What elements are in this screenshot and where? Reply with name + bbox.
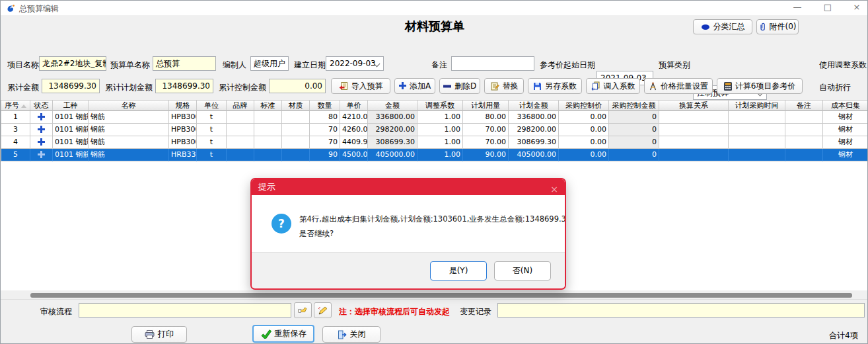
remark-input[interactable] bbox=[451, 56, 534, 71]
floppy-disk-icon bbox=[533, 82, 542, 91]
cell-plan_amount: 298200.00 bbox=[509, 124, 559, 136]
cell-type: 0101 钢筋 bbox=[53, 111, 89, 124]
column-header-price[interactable]: 单价 bbox=[340, 100, 368, 111]
cell-spec: HPB300 bbox=[169, 136, 197, 149]
cell-plan_time bbox=[729, 136, 785, 149]
cell-material bbox=[282, 111, 310, 124]
cell-unit: t bbox=[197, 124, 227, 136]
cell-conv bbox=[659, 149, 729, 161]
cell-standard bbox=[254, 149, 282, 161]
cell-plan_amount: 405000.00 bbox=[509, 149, 559, 161]
cell-plan_qty: 70.00 bbox=[463, 124, 509, 136]
price-batch-button[interactable]: 价格批量设置 bbox=[644, 78, 713, 94]
cell-plan_time bbox=[729, 149, 785, 161]
table-row[interactable]: 10101 钢筋钢筋HPB300t804210.00336800.001.008… bbox=[1, 111, 868, 124]
review-flow-input[interactable] bbox=[79, 303, 291, 318]
budget-type-label: 预算类别 bbox=[659, 60, 690, 71]
column-header-plan_qty[interactable]: 计划用量 bbox=[463, 100, 509, 111]
resave-button[interactable]: 重新保存 bbox=[252, 325, 314, 343]
budget-name-label: 预算单名称 bbox=[110, 60, 150, 71]
replace-button[interactable]: 替换 bbox=[484, 78, 524, 94]
column-header-material[interactable]: 材质 bbox=[282, 100, 310, 111]
cell-plan_time bbox=[729, 111, 785, 124]
replace-icon bbox=[490, 81, 499, 91]
column-header-unit[interactable]: 单位 bbox=[197, 100, 227, 111]
column-header-qty[interactable]: 数量 bbox=[310, 100, 340, 111]
column-header-status[interactable]: 状态 bbox=[30, 100, 53, 111]
cell-cost_group: 钢材 bbox=[823, 111, 868, 124]
save-factor-button[interactable]: 另存系数 bbox=[528, 78, 582, 94]
column-header-type[interactable]: 工种 bbox=[53, 100, 89, 111]
dialog-titlebar: 提示 × bbox=[252, 179, 565, 195]
column-header-name[interactable]: 名称 bbox=[89, 100, 169, 111]
column-header-conv[interactable]: 换算关系 bbox=[659, 100, 729, 111]
add-row-button[interactable]: 添加A bbox=[394, 78, 435, 94]
project-name-input[interactable]: 龙鼎2#2地块_复制_2360 bbox=[39, 56, 106, 71]
import-budget-button[interactable]: 导入预算 bbox=[331, 78, 390, 94]
calc-ref-price-button[interactable]: 计算6项目参考价 bbox=[717, 78, 803, 94]
total-plan-amount-field: 1348699.30 bbox=[155, 79, 213, 93]
delete-row-button[interactable]: 删除D bbox=[439, 78, 480, 94]
cell-ctrl_price: 0.00 bbox=[559, 111, 609, 124]
yes-button[interactable]: 是(Y) bbox=[430, 261, 487, 280]
cell-qty: 70 bbox=[310, 136, 340, 149]
cell-ctrl_price: 0.00 bbox=[559, 149, 609, 161]
auto-wrap-label: 自动折行 bbox=[819, 82, 851, 93]
column-header-standard[interactable]: 标准 bbox=[254, 100, 282, 111]
column-header-ctrl_amount[interactable]: 采购控制金额 bbox=[609, 100, 659, 111]
load-factor-button[interactable]: 调入系数 bbox=[586, 78, 640, 94]
column-header-remark[interactable]: 备注 bbox=[785, 100, 823, 111]
cell-ctrl_amount: 0 bbox=[609, 149, 659, 161]
cell-qty: 80 bbox=[310, 111, 340, 124]
close-form-button[interactable]: 关闭 bbox=[322, 326, 380, 343]
budget-name-input[interactable]: 总预算 bbox=[153, 56, 216, 71]
minimize-button[interactable]: — bbox=[787, 1, 808, 15]
attachment-button[interactable]: 附件(0) bbox=[756, 19, 799, 34]
cell-unit: t bbox=[197, 136, 227, 149]
table-row[interactable]: 40101 钢筋钢筋HPB300t704409.99308699.301.007… bbox=[1, 136, 868, 149]
horizontal-scrollbar-thumb[interactable] bbox=[30, 293, 852, 298]
cell-type: 0101 钢筋 bbox=[53, 124, 89, 136]
no-button[interactable]: 否(N) bbox=[494, 261, 551, 280]
cell-seq: 3 bbox=[1, 124, 30, 136]
cell-factor: 1.00 bbox=[417, 136, 463, 149]
cell-spec: HPB300 bbox=[169, 111, 197, 124]
cell-seq: 1 bbox=[1, 111, 30, 124]
print-button[interactable]: 打印 bbox=[131, 326, 187, 343]
window-title: 总预算编辑 bbox=[19, 3, 59, 15]
cell-name: 钢筋 bbox=[89, 136, 169, 149]
add-row-label: 添加A bbox=[410, 81, 431, 92]
column-header-brand[interactable]: 品牌 bbox=[227, 100, 254, 111]
column-header-seq[interactable]: 序号 bbox=[1, 100, 30, 111]
green-check-icon bbox=[261, 329, 271, 339]
attachment-button-label: 附件(0) bbox=[770, 21, 797, 32]
column-header-plan_time[interactable]: 计划采购时间 bbox=[729, 100, 785, 111]
price-batch-label: 价格批量设置 bbox=[661, 81, 708, 92]
table-row[interactable]: 50101 钢筋钢筋HRB335t904500.00405000.001.009… bbox=[1, 149, 868, 161]
create-date-combobox[interactable]: 2022-09-03 bbox=[326, 56, 384, 71]
cell-standard bbox=[254, 124, 282, 136]
maximize-button[interactable]: □ bbox=[817, 1, 838, 15]
load-factor-label: 调入系数 bbox=[604, 81, 635, 92]
table-row[interactable]: 30101 钢筋钢筋HPB300t704260.00298200.001.007… bbox=[1, 124, 868, 136]
plus-icon bbox=[38, 113, 45, 120]
edit-flow-button[interactable] bbox=[314, 302, 332, 318]
cell-amount: 336800.00 bbox=[368, 111, 417, 124]
cell-remark bbox=[785, 149, 823, 161]
column-header-amount[interactable]: 金额 bbox=[368, 100, 417, 111]
column-header-ctrl_price[interactable]: 采购控制价 bbox=[559, 100, 609, 111]
cell-price: 4260.00 bbox=[340, 124, 368, 136]
dialog-close-icon[interactable]: × bbox=[550, 181, 558, 197]
column-header-cost_group[interactable]: 成本归集 bbox=[823, 100, 868, 111]
column-header-plan_amount[interactable]: 计划金额 bbox=[509, 100, 559, 111]
column-header-spec[interactable]: 规格 bbox=[169, 100, 197, 111]
select-flow-button[interactable] bbox=[294, 302, 312, 318]
change-record-input[interactable] bbox=[497, 303, 865, 318]
project-name-label: 项目名称 bbox=[7, 60, 39, 71]
close-button[interactable]: × bbox=[846, 1, 867, 15]
minus-icon bbox=[443, 85, 451, 88]
dialog-footer: 是(Y) 否(N) bbox=[252, 252, 565, 288]
cell-plan_amount: 308699.30 bbox=[509, 136, 559, 149]
summary-button[interactable]: 分类汇总 bbox=[693, 19, 752, 34]
column-header-factor[interactable]: 调整系数 bbox=[417, 100, 463, 111]
